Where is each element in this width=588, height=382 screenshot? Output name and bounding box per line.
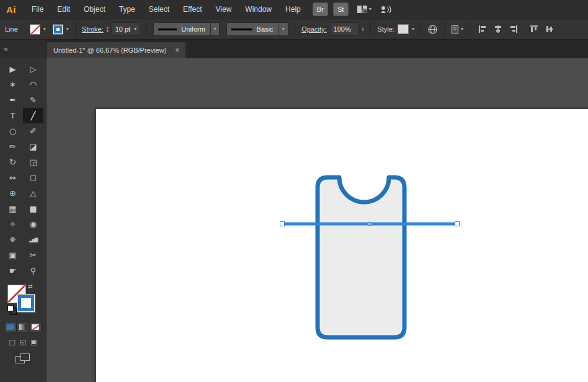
opacity-value: 100% — [334, 25, 351, 33]
menu-object[interactable]: Object — [77, 1, 112, 19]
align-horizontal-center-button[interactable] — [492, 23, 504, 35]
eyedropper-tool-button[interactable]: ✧ — [2, 216, 23, 232]
style-label: Style: — [377, 25, 394, 33]
stroke-swatch[interactable] — [17, 294, 35, 313]
document-tab[interactable]: Untitled-1* @ 66.67% (RGB/Preview) × — [47, 42, 185, 58]
document-setup-chevron-icon[interactable]: ▾ — [461, 27, 463, 32]
align-horizontal-left-button[interactable] — [476, 23, 489, 35]
align-vertical-top-button[interactable] — [528, 23, 540, 35]
tools-grid: ▶ ▷ ✶ ◠ ✒ ✎ T ╱ ○ ✐ ✏ ◪ ↻ ◲ ↭ ◻ ⊕ △ ▦ ■ … — [2, 61, 43, 278]
ellipse-tool-button[interactable]: ○ — [2, 123, 23, 139]
none-button[interactable] — [29, 322, 42, 332]
align-horizontal-right-button[interactable] — [507, 23, 520, 35]
menu-help[interactable]: Help — [278, 1, 308, 19]
stroke-weight-stepper[interactable]: ▴ ▾ — [107, 25, 109, 33]
stroke-weight-chevron-icon[interactable]: ▾ — [134, 27, 136, 32]
stroke-chevron-down-icon[interactable]: ▾ — [66, 27, 69, 32]
workspace-switcher-button[interactable]: ▾ — [357, 6, 372, 13]
swap-fill-stroke-icon[interactable]: ⇄ — [28, 283, 33, 290]
opacity-flyout-arrow-icon[interactable]: › — [362, 25, 365, 33]
menu-select[interactable]: Select — [142, 1, 176, 19]
default-fill-stroke-icon[interactable] — [7, 305, 16, 314]
slice-tool-button[interactable]: ✂ — [23, 247, 43, 263]
perspective-grid-tool-button[interactable]: △ — [23, 185, 43, 201]
tab-close-icon[interactable]: × — [175, 46, 179, 55]
none-fill-slash-icon — [30, 24, 40, 35]
artboard-tool-button[interactable]: ▣ — [2, 247, 23, 263]
free-transform-tool-button[interactable]: ◻ — [23, 170, 43, 185]
column-graph-tool-button[interactable]: ▂▅▇ — [23, 232, 43, 247]
menu-effect[interactable]: Effect — [176, 1, 208, 19]
lasso-tool-button[interactable]: ◠ — [23, 77, 43, 92]
notched-rounded-rect-shape[interactable] — [318, 177, 404, 337]
menu-view[interactable]: View — [209, 1, 239, 19]
draw-inside-icon[interactable]: ▣ — [30, 338, 37, 346]
gradient-tool-button[interactable]: ■ — [23, 201, 43, 216]
opacity-panel-link[interactable]: Opacity: — [301, 25, 326, 33]
type-tool-button[interactable]: T — [2, 108, 23, 123]
align-vertical-center-button[interactable] — [543, 23, 556, 35]
gradient-button[interactable] — [17, 322, 29, 332]
menu-type[interactable]: Type — [112, 1, 142, 19]
color-button[interactable] — [4, 322, 17, 332]
menu-edit[interactable]: Edit — [50, 1, 77, 19]
line-endpoint-handle-right[interactable] — [455, 222, 460, 226]
line-segment-tool-button[interactable]: ╱ — [23, 108, 43, 123]
selection-tool-button[interactable]: ▶ — [2, 61, 23, 77]
fill-color-swatch[interactable] — [30, 24, 40, 35]
align-vertical-center-icon — [545, 25, 554, 33]
stroke-color-ring — [54, 25, 62, 33]
draw-normal-icon[interactable]: □ — [9, 338, 15, 346]
brush-definition-dropdown[interactable]: Basic ▾ — [226, 22, 288, 36]
stroke-panel-link[interactable]: Stroke: — [82, 25, 104, 33]
graphic-styles-panel-button[interactable]: St — [333, 2, 349, 16]
color-mode-buttons — [4, 322, 42, 332]
brushes-panel-button[interactable]: Br — [313, 2, 328, 16]
stepper-down-icon[interactable]: ▾ — [107, 29, 109, 33]
magic-wand-tool-button[interactable]: ✶ — [2, 77, 23, 92]
menu-file[interactable]: File — [25, 1, 50, 19]
canvas-pasteboard[interactable] — [47, 58, 588, 382]
illustrator-logo: Ai — [6, 4, 16, 15]
line-midpoint-anchor[interactable] — [368, 222, 372, 226]
graphic-style-swatch[interactable] — [398, 24, 409, 34]
menu-window[interactable]: Window — [238, 1, 278, 19]
eraser-tool-button[interactable]: ◪ — [23, 139, 43, 154]
style-chevron-icon[interactable]: ▾ — [412, 27, 414, 32]
width-profile-chevron[interactable]: ▾ — [210, 23, 219, 35]
document-setup-button[interactable]: ▾ — [451, 25, 463, 34]
line-endpoint-handle-left[interactable] — [280, 222, 285, 226]
scale-tool-button[interactable]: ◲ — [23, 154, 43, 170]
variable-width-profile-dropdown[interactable]: Uniform ▾ — [153, 22, 220, 36]
paintbrush-tool-button[interactable]: ✐ — [23, 123, 43, 139]
width-tool-button[interactable]: ↭ — [2, 170, 23, 185]
hand-tool-button[interactable]: ☛ — [2, 263, 23, 278]
separator — [470, 22, 470, 36]
globe-icon — [427, 24, 438, 35]
align-horizontal-center-icon — [494, 25, 502, 33]
direct-selection-tool-button[interactable]: ▷ — [23, 61, 43, 77]
brush-chevron[interactable]: ▾ — [278, 23, 288, 35]
curvature-tool-button[interactable]: ✎ — [23, 92, 43, 108]
pen-tool-button[interactable]: ✒ — [2, 92, 23, 108]
collapse-tools-panel-icon[interactable]: « — [4, 45, 8, 53]
fill-chevron-down-icon[interactable]: ▾ — [43, 27, 46, 32]
stroke-color-swatch[interactable] — [53, 24, 63, 35]
zoom-tool-button[interactable]: ⚲ — [23, 263, 43, 278]
color-button-swatch — [7, 324, 14, 330]
stroke-weight-field[interactable]: 10 pt ▾ — [112, 22, 140, 36]
opacity-field[interactable]: 100% — [330, 22, 359, 36]
change-screen-mode-button[interactable] — [16, 353, 30, 364]
draw-behind-icon[interactable]: ◱ — [20, 338, 26, 346]
blend-tool-button[interactable]: ◉ — [23, 216, 43, 232]
rotate-tool-button[interactable]: ↻ — [2, 154, 23, 170]
separator — [444, 22, 445, 36]
symbol-sprayer-tool-button[interactable]: ✵ — [2, 232, 23, 247]
shape-builder-tool-button[interactable]: ⊕ — [2, 185, 23, 201]
align-vertical-top-icon — [530, 25, 538, 33]
share-button[interactable] — [380, 5, 392, 14]
shaper-tool-button[interactable]: ✏ — [2, 139, 23, 154]
artboard[interactable] — [96, 109, 588, 382]
document-share-button[interactable] — [427, 24, 438, 35]
mesh-tool-button[interactable]: ▦ — [2, 201, 23, 216]
